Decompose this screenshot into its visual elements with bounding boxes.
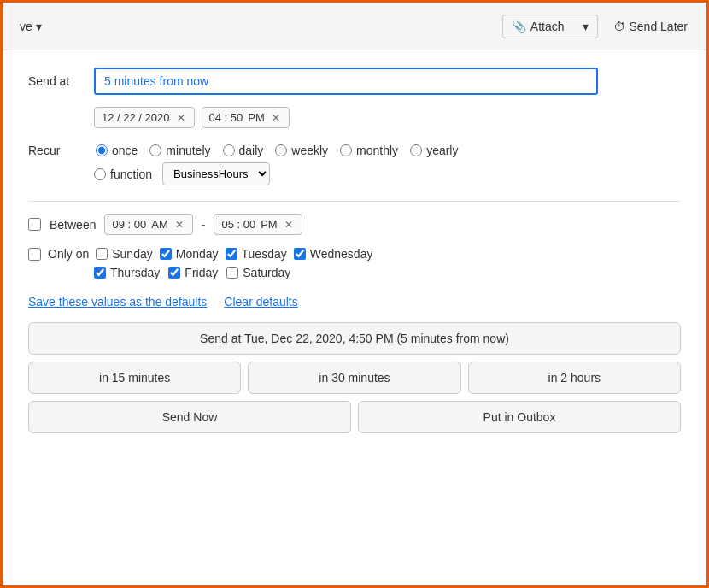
recur-daily-radio[interactable] xyxy=(223,144,235,156)
recur-once-option[interactable]: once xyxy=(96,144,138,157)
action-buttons: Send at Tue, Dec 22, 2020, 4:50 PM (5 mi… xyxy=(28,322,681,433)
recur-monthly-label: monthly xyxy=(356,144,398,157)
between-end-clear[interactable]: ✕ xyxy=(283,220,295,230)
recur-minutely-radio[interactable] xyxy=(149,144,161,156)
content-area: Send at 12 / 22 / 2020 ✕ 04 : 50 PM ✕ Re… xyxy=(3,50,706,585)
between-checkbox[interactable] xyxy=(28,218,41,231)
send-now-button[interactable]: Send Now xyxy=(28,401,351,433)
function-row: function BusinessHours Weekdays Weekends xyxy=(94,162,681,185)
recur-monthly-option[interactable]: monthly xyxy=(340,144,398,157)
in-15-button[interactable]: in 15 minutes xyxy=(28,362,241,394)
summary-button[interactable]: Send at Tue, Dec 22, 2020, 4:50 PM (5 mi… xyxy=(28,322,681,355)
put-outbox-button[interactable]: Put in Outbox xyxy=(358,401,681,433)
day-saturday-label: Saturday xyxy=(243,266,290,279)
recur-yearly-label: yearly xyxy=(426,144,458,157)
between-end-time: 05 : 00 xyxy=(221,218,255,231)
time-clear-button[interactable]: ✕ xyxy=(270,113,282,123)
time-value: 04 : 50 xyxy=(209,111,243,124)
day-tuesday-label: Tuesday xyxy=(242,247,287,261)
day-sunday-checkbox[interactable] xyxy=(96,248,108,260)
clear-defaults-button[interactable]: Clear defaults xyxy=(224,295,297,309)
attach-group: 📎 Attach ▾ xyxy=(502,15,598,38)
send-later-label: Send Later xyxy=(630,20,688,33)
day-tuesday-checkbox[interactable] xyxy=(226,248,237,260)
day-thursday-checkbox[interactable] xyxy=(94,267,106,279)
recur-weekly-label: weekly xyxy=(291,144,328,157)
between-start-ampm: AM xyxy=(151,218,168,231)
date-badge: 12 / 22 / 2020 ✕ xyxy=(94,107,195,128)
day-sunday-option[interactable]: Sunday xyxy=(96,247,152,261)
defaults-row: Save these values as the defaults Clear … xyxy=(28,295,681,309)
save-defaults-button[interactable]: Save these values as the defaults xyxy=(28,295,207,309)
range-dash: - xyxy=(202,218,206,232)
title-text: ve xyxy=(20,20,32,33)
day-friday-checkbox[interactable] xyxy=(168,267,180,279)
day-monday-checkbox[interactable] xyxy=(160,248,172,260)
send-later-button[interactable]: ⏱ Send Later xyxy=(605,15,697,38)
day-thursday-option[interactable]: Thursday xyxy=(94,266,160,279)
recur-yearly-option[interactable]: yearly xyxy=(410,144,458,157)
day-monday-label: Monday xyxy=(176,247,219,261)
recur-once-radio[interactable] xyxy=(96,144,108,156)
between-start-time: 09 : 00 xyxy=(112,218,146,231)
main-window: ve ▾ 📎 Attach ▾ ⏱ Send Later Send at xyxy=(0,0,709,588)
function-select[interactable]: BusinessHours Weekdays Weekends xyxy=(162,162,270,185)
day-monday-option[interactable]: Monday xyxy=(160,247,219,261)
title-dropdown-button[interactable]: ve ▾ xyxy=(13,16,49,37)
attach-button[interactable]: 📎 Attach xyxy=(503,15,573,38)
attach-dropdown-arrow: ▾ xyxy=(583,20,589,33)
quick-send-row: in 15 minutes in 30 minutes in 2 hours xyxy=(28,362,681,394)
day-friday-label: Friday xyxy=(185,266,218,279)
only-on-row: Only on Sunday Monday Tuesday Wednesday xyxy=(28,247,681,261)
send-at-row: Send at xyxy=(28,68,681,95)
only-on-label: Only on xyxy=(48,247,89,261)
recur-daily-option[interactable]: daily xyxy=(223,144,264,157)
recur-weekly-option[interactable]: weekly xyxy=(275,144,328,157)
send-at-input[interactable] xyxy=(94,68,598,95)
day-wednesday-option[interactable]: Wednesday xyxy=(294,247,373,261)
date-time-row: 12 / 22 / 2020 ✕ 04 : 50 PM ✕ xyxy=(94,107,681,128)
day-sunday-label: Sunday xyxy=(112,247,152,261)
day-row-2: Thursday Friday Saturday xyxy=(94,266,681,279)
in-2h-button[interactable]: in 2 hours xyxy=(468,362,681,394)
day-saturday-checkbox[interactable] xyxy=(226,267,238,279)
title-dropdown-arrow: ▾ xyxy=(36,20,42,33)
titlebar-left: ve ▾ xyxy=(13,16,49,37)
day-friday-option[interactable]: Friday xyxy=(168,266,218,279)
date-clear-button[interactable]: ✕ xyxy=(175,113,187,123)
between-row: Between 09 : 00 AM ✕ - 05 : 00 PM ✕ xyxy=(28,214,681,235)
recur-weekly-radio[interactable] xyxy=(275,144,287,156)
recur-daily-label: daily xyxy=(239,144,264,157)
recur-label: Recur xyxy=(28,144,84,157)
between-label: Between xyxy=(50,218,96,232)
titlebar: ve ▾ 📎 Attach ▾ ⏱ Send Later xyxy=(3,3,706,50)
day-tuesday-option[interactable]: Tuesday xyxy=(226,247,287,261)
between-end-badge: 05 : 00 PM ✕ xyxy=(214,214,302,235)
recur-function-option[interactable]: function xyxy=(94,168,152,181)
send-at-label: Send at xyxy=(28,74,84,88)
recur-yearly-radio[interactable] xyxy=(410,144,422,156)
between-start-clear[interactable]: ✕ xyxy=(173,220,185,230)
recur-row: Recur once minutely daily weekly monthly xyxy=(28,144,681,157)
day-wednesday-checkbox[interactable] xyxy=(294,248,306,260)
between-start-badge: 09 : 00 AM ✕ xyxy=(104,214,192,235)
day-thursday-label: Thursday xyxy=(110,266,160,279)
recur-monthly-radio[interactable] xyxy=(340,144,352,156)
day-saturday-option[interactable]: Saturday xyxy=(226,266,290,279)
attach-icon: 📎 xyxy=(512,20,526,33)
attach-label: Attach xyxy=(530,20,565,33)
attach-dropdown-button[interactable]: ▾ xyxy=(574,15,597,38)
date-value: 12 / 22 / 2020 xyxy=(102,111,170,124)
only-on-checkbox[interactable] xyxy=(28,248,41,261)
divider xyxy=(28,201,681,202)
time-badge: 04 : 50 PM ✕ xyxy=(202,107,290,128)
recur-minutely-option[interactable]: minutely xyxy=(149,144,210,157)
recur-function-radio[interactable] xyxy=(94,168,106,180)
recur-minutely-label: minutely xyxy=(166,144,210,157)
recur-function-label: function xyxy=(110,168,152,181)
between-end-ampm: PM xyxy=(261,218,278,231)
day-wednesday-label: Wednesday xyxy=(310,247,373,261)
time-ampm: PM xyxy=(248,111,265,124)
final-actions-row: Send Now Put in Outbox xyxy=(28,401,681,433)
in-30-button[interactable]: in 30 minutes xyxy=(248,362,460,394)
